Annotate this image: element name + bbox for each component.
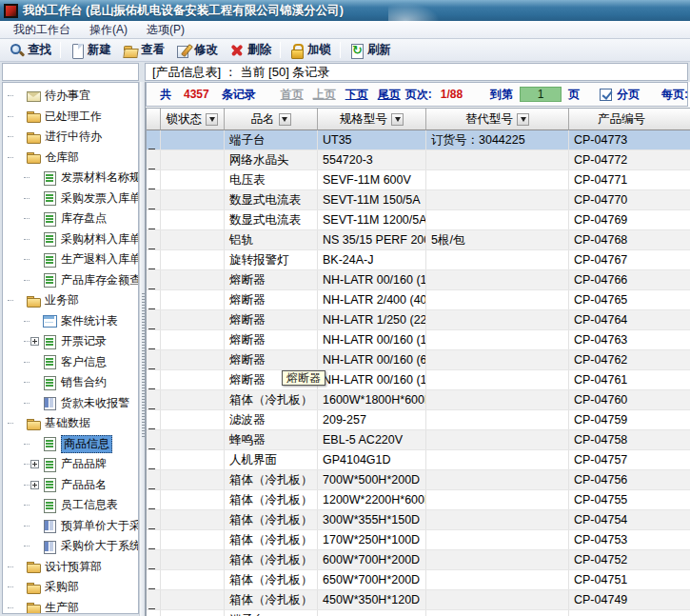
menu-item[interactable]: 我的工作台 [4,21,80,38]
table-row[interactable]: 箱体（冷扎板） 700W*500H*200D CP-04756 [147,470,690,490]
cell-spec-model: NH-LATR 2/400 (400A) [318,290,426,309]
toolbar-button-label: 查看 [141,42,165,58]
table-row[interactable]: 箱体（冷扎板） 300W*355H*150D CP-04754 [147,510,690,530]
toolbar-button[interactable]: 删除 [224,40,277,61]
first-page-link[interactable]: 首页 [281,87,304,103]
row-gutter [147,190,161,209]
folder-icon [26,600,41,614]
sidebar-item[interactable]: 采购价大于系统价 [3,536,138,557]
column-header-label: 产品编号 [598,111,645,128]
column-header[interactable]: 产品编号 [569,109,690,130]
table-row[interactable]: 滤波器 209-257 CP-04759 [147,410,690,430]
sidebar-item[interactable]: 仓库部 [3,148,138,169]
toolbar-button[interactable]: 修改 [170,40,224,61]
sidebar-item[interactable]: 货款未收报警 [3,393,138,414]
report-icon [42,477,57,492]
table-row[interactable]: 铝轨 NS 35/15 PERF 2000MM 5根/包 CP-04768 [147,230,690,250]
table-row[interactable]: 熔断器 NH-LATR 2/400 (400A) CP-04765 [147,290,690,310]
sidebar-item[interactable]: 库存盘点 [3,209,138,229]
column-header[interactable]: 锁状态 [161,109,225,130]
sidebar-item[interactable]: 业务部 [3,290,138,311]
sidebar-item[interactable]: 产品库存金额查询 [3,270,138,291]
title-bar: 我的工作台 (昆山振佑机电设备安装工程有限公司锦溪分公司) [0,0,690,21]
table-row[interactable]: 箱体（冷扎板） 600W*700H*200D CP-04752 [147,550,690,570]
expand-plus-icon[interactable] [30,481,39,489]
cell-spec-model: 1600W*1800H*600D [318,390,426,409]
table-row[interactable]: 熔断器 NH-LATR 00/160 (63A) CP-04762 [147,350,690,370]
expand-plus-icon[interactable] [30,460,39,468]
filter-dropdown-icon[interactable] [517,113,529,126]
table-row[interactable]: 箱体（冷扎板） 1600W*1800H*600D CP-04760 [147,390,690,410]
sidebar-item[interactable]: 产品品牌 [3,454,138,475]
sidebar-item[interactable]: 生产部 [3,598,138,615]
table-row[interactable]: 箱体（冷扎板） 650W*700H*200D CP-04751 [147,570,690,590]
cell-lock-status [161,150,225,169]
cell-alt-model [426,410,569,429]
sidebar-item[interactable]: 商品信息 [3,434,138,455]
table-row[interactable]: 网络水晶头 554720-3 CP-04772 [147,150,690,170]
paging-checkbox-label: 分页 [617,87,640,103]
sidebar-item[interactable]: 采购发票入库单 [3,189,138,209]
cell-lock-status [161,390,225,409]
table-row[interactable]: 箱体（冷扎板） 1200W*2200H*600D CP-04755 [147,490,690,510]
table-row[interactable]: 熔断器 NH-LATR 00/160 (160A) CP-04763 [147,330,690,350]
panel-splitter[interactable] [139,82,146,616]
filter-dropdown-icon[interactable] [279,113,291,126]
table-row[interactable]: 端子台 UT35 订货号：3044225 CP-04773 [147,130,690,150]
sidebar-item[interactable]: 基础数据 [3,413,138,434]
cell-alt-model: 订货号：3044225 [426,130,569,149]
table-row[interactable]: 端子台 [147,610,690,616]
sidebar-item[interactable]: 预算单价大于采购价 [3,516,138,537]
sidebar-item[interactable]: 生产退料入库单 [3,249,138,270]
menu-item[interactable]: 操作(A) [80,21,137,38]
toolbar-button[interactable]: 加锁 [284,40,337,61]
table-row[interactable]: 箱体（冷扎板） 170W*250H*100D CP-04753 [147,530,690,550]
table-row[interactable]: 数显式电流表 SEVT-11M 1200/5A CP-04769 [147,210,690,230]
row-gutter [147,590,161,609]
column-header[interactable]: 规格型号 [318,109,426,130]
sidebar-item[interactable]: 客户信息 [3,352,138,373]
sidebar-item[interactable]: 采购材料入库单 [3,229,138,250]
sidebar-item[interactable]: 销售合约 [3,372,138,393]
sidebar-item[interactable]: 发票材料名称规格表 [3,168,138,189]
filter-dropdown-icon[interactable] [206,113,218,126]
report-icon [42,272,57,288]
table-row[interactable]: 箱体（冷扎板） 450W*350H*120D CP-04749 [147,590,690,610]
row-gutter [147,330,161,349]
filter-dropdown-icon[interactable] [391,113,404,126]
sidebar-item[interactable]: 产品品名 [3,475,138,496]
cell-alt-model [426,310,569,329]
table-row[interactable]: 数显式电流表 SEVT-11M 150/5A CP-04770 [147,190,690,210]
table-row[interactable]: 旋转报警灯 BK-24A-J CP-04767 [147,250,690,270]
sidebar-item[interactable]: 开票记录 [3,331,138,352]
table-row[interactable]: 蜂鸣器 EBL-5 AC220V CP-04758 [147,430,690,450]
table-row[interactable]: 人机界面 GP4104G1D CP-04757 [147,450,690,470]
toolbar-button[interactable]: 查看 [117,40,170,61]
table-row[interactable]: 熔断器 NH-LATR 1/250 (224A) CP-04764 [147,310,690,330]
cell-spec-model: 650W*700H*200D [318,570,426,589]
toolbar-button[interactable]: 查找 [4,40,57,61]
menu-item[interactable]: 选项(P) [137,21,194,38]
expand-plus-icon[interactable] [30,337,39,346]
toolbar-button[interactable]: 刷新 [344,40,397,61]
table-row[interactable]: 熔断器 NH-LATR 00/160 (16A) CP-04761 [147,370,690,390]
goto-page-input[interactable] [520,87,562,102]
sidebar-item[interactable]: 待办事宜 [3,86,138,107]
toolbar-button[interactable]: 新建 [64,40,117,61]
sidebar-item[interactable]: 已处理工作 [3,107,138,128]
cell-alt-model [426,170,569,189]
next-page-link[interactable]: 下页 [345,87,368,103]
column-header[interactable]: 品名 [225,109,318,130]
prev-page-link[interactable]: 上页 [313,87,336,103]
sidebar-item[interactable]: 员工信息表 [3,495,138,516]
sidebar-item[interactable]: 进行中待办 [3,127,138,148]
sidebar-item[interactable]: 采购部 [3,577,138,598]
sidebar-item[interactable]: 案件统计表 [3,311,138,332]
table-row[interactable]: 熔断器 NH-LATR 00/160 (100A) CP-04766 [147,270,690,290]
column-header[interactable]: 替代型号 [426,109,569,130]
paging-checkbox[interactable] [600,89,612,101]
table-row[interactable]: 电压表 SEVF-11M 600V CP-04771 [147,170,690,190]
toolbar-separator [280,42,281,58]
last-page-link[interactable]: 尾页 [378,87,401,103]
sidebar-item[interactable]: 设计预算部 [3,557,138,578]
